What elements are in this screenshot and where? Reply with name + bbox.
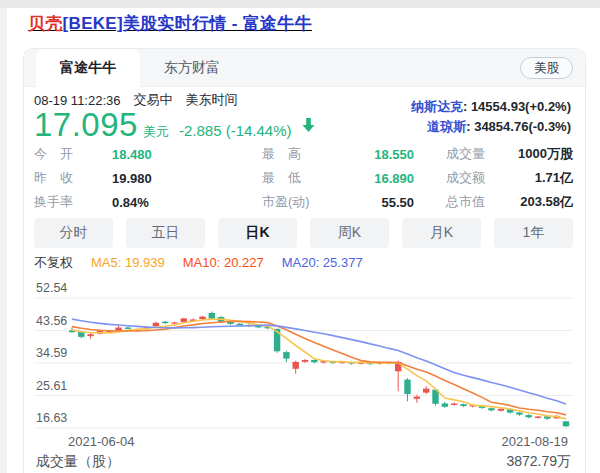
volume-pane-label: 成交量（股） (36, 453, 120, 471)
candle-body (171, 322, 177, 323)
stats-row: 换手率0.84%市盈(动)55.50总市值203.58亿 (34, 190, 573, 214)
candle-body (414, 397, 420, 399)
stat-label: 成交额 (446, 169, 485, 187)
y-axis-tick: 25.61 (36, 379, 67, 393)
candle-body (293, 362, 299, 369)
legend-ma20: MA20: 25.377 (282, 255, 363, 270)
title-rest: [BEKE]美股实时行情 - 富途牛牛 (63, 14, 312, 33)
y-axis-tick: 34.59 (36, 346, 67, 360)
legend-ma10: MA10: 20.227 (183, 255, 264, 270)
candle-body (423, 389, 429, 393)
candle-body (237, 324, 243, 325)
candle-body (181, 318, 187, 322)
candle-body (162, 322, 168, 323)
volume-value: 3872.79万 (506, 453, 571, 471)
candle-body (563, 421, 569, 426)
ma-line-ma10 (72, 321, 566, 415)
stat-value: 18.480 (112, 147, 228, 162)
page-title: 贝壳[BEKE]美股实时行情 - 富途牛牛 (28, 12, 312, 35)
page-title-link[interactable]: 贝壳[BEKE]美股实时行情 - 富途牛牛 (28, 14, 312, 33)
index-line-0: 纳斯达克: 14554.93(+0.2%) (411, 97, 571, 117)
kline-chart[interactable]: 52.5443.5634.5925.6116.632021-06-042021-… (34, 270, 573, 452)
candle-body (199, 317, 205, 320)
candle-body (125, 328, 131, 329)
legend-ma5: MA5: 19.939 (91, 255, 165, 270)
period-tab-0[interactable]: 分时 (34, 218, 113, 248)
candle-body (451, 404, 457, 405)
stats-grid: 今 开18.480最 高18.550成交量1000万股昨 收19.980最 低1… (34, 142, 573, 214)
ma-line-ma5 (72, 319, 566, 419)
currency-label: 美元 (143, 123, 169, 141)
period-tab-2[interactable]: 日K (218, 218, 297, 248)
candle-body (87, 334, 93, 336)
quote-card: 富途牛牛东方财富 美股 08-19 11:22:36 交易中 美东时间 纳斯达克… (23, 48, 586, 473)
period-tab-4[interactable]: 月K (402, 218, 481, 248)
stat-label: 最 高 (262, 145, 340, 163)
trading-state: 交易中 (134, 91, 173, 109)
candle-body (209, 313, 215, 319)
candle-body (153, 323, 159, 327)
stat-label: 总市值 (446, 193, 485, 211)
market-badge: 美股 (520, 57, 573, 79)
stat-value: 203.58亿 (485, 193, 573, 211)
y-axis-tick: 43.56 (36, 314, 67, 328)
stat-value: 0.84% (112, 195, 228, 210)
candle-body (404, 380, 410, 395)
price-change: -2.885 (-14.44%) (179, 122, 292, 139)
stat-value: 19.980 (112, 171, 228, 186)
stat-label: 今 开 (34, 145, 112, 163)
candle-body (442, 404, 448, 407)
index-label: 道琼斯 (427, 119, 466, 134)
volume-row: 成交量（股） 3872.79万 (34, 452, 573, 472)
stats-row: 昨 收19.980最 低16.890成交额1.71亿 (34, 166, 573, 190)
stats-row: 今 开18.480最 高18.550成交量1000万股 (34, 142, 573, 166)
stat-label: 市盈(动) (262, 193, 340, 211)
page: 贝壳[BEKE]美股实时行情 - 富途牛牛 富途牛牛东方财富 美股 08-19 … (0, 0, 600, 473)
index-line-1: 道琼斯: 34854.76(-0.3%) (411, 117, 571, 137)
stat-value: 18.550 (340, 147, 414, 162)
ma-line-ma20 (72, 319, 566, 404)
market-indices: 纳斯达克: 14554.93(+0.2%)道琼斯: 34854.76(-0.3%… (411, 97, 571, 137)
x-axis-start-date: 2021-06-04 (68, 434, 135, 449)
x-axis-end-date: 2021-08-19 (502, 434, 569, 449)
stat-label: 昨 收 (34, 169, 112, 187)
candle-body (283, 352, 289, 359)
stat-value: 55.50 (340, 195, 414, 210)
y-axis-tick: 52.54 (36, 281, 67, 295)
stat-value: 16.890 (340, 171, 414, 186)
page-left-gutter (0, 8, 7, 473)
stat-label: 成交量 (446, 145, 485, 163)
chart-legend: 不复权 MA5: 19.939 MA10: 20.227 MA20: 25.37… (34, 255, 573, 270)
tab-source-1[interactable]: 东方财富 (140, 49, 244, 86)
source-tabs: 富途牛牛东方财富 美股 (24, 49, 585, 87)
adjustment-selector[interactable]: 不复权 (34, 254, 73, 272)
period-tab-5[interactable]: 1年 (494, 218, 573, 248)
stat-value: 1.71亿 (485, 169, 573, 187)
candle-body (460, 404, 466, 406)
candle-body (516, 413, 522, 415)
tab-source-0[interactable]: 富途牛牛 (36, 49, 140, 87)
timezone-label: 美东时间 (186, 91, 238, 109)
index-label: 纳斯达克 (411, 99, 463, 114)
candle-body (488, 408, 494, 410)
index-value: 34854.76(-0.3%) (474, 119, 571, 134)
stat-label: 换手率 (34, 193, 112, 211)
stat-label: 最 低 (262, 169, 340, 187)
down-arrow-icon (301, 117, 316, 133)
title-symbol: 贝壳 (28, 14, 63, 33)
current-price: 17.095 (34, 108, 138, 142)
period-tab-1[interactable]: 五日 (126, 218, 205, 248)
index-value: 14554.93(+0.2%) (471, 99, 571, 114)
y-axis-tick: 16.63 (36, 411, 67, 425)
candle-body (535, 417, 541, 418)
candle-body (311, 360, 317, 362)
candle-body (498, 409, 504, 411)
stat-value: 1000万股 (485, 145, 573, 163)
candle-body (302, 360, 308, 362)
quote-body: 08-19 11:22:36 交易中 美东时间 纳斯达克: 14554.93(+… (24, 92, 585, 472)
period-tab-3[interactable]: 周K (310, 218, 389, 248)
candle-body (526, 415, 532, 417)
browser-edge-strip (0, 0, 600, 8)
period-tabs: 分时五日日K周K月K1年 (34, 218, 573, 248)
